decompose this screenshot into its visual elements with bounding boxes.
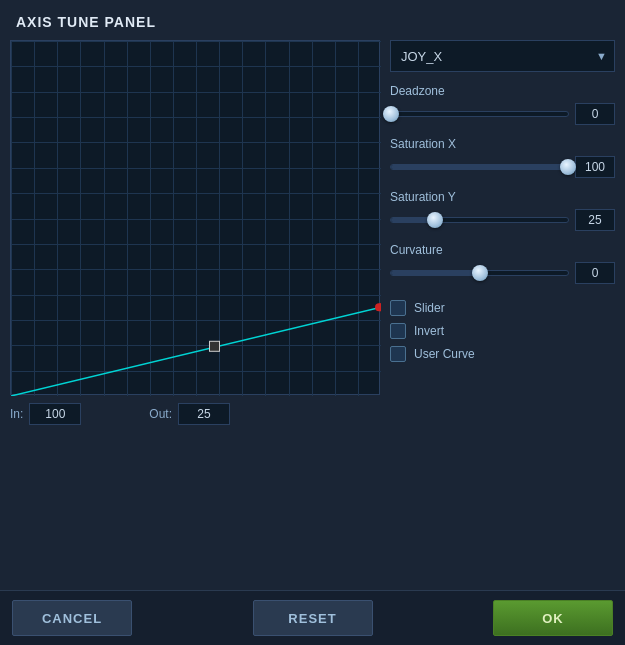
title-bar: AXIS TUNE PANEL: [0, 0, 625, 40]
curvature-slider-row: [390, 262, 615, 284]
out-input[interactable]: [178, 403, 230, 425]
saturation-y-slider-track[interactable]: [390, 217, 569, 223]
deadzone-label: Deadzone: [390, 84, 615, 98]
saturation-x-slider-thumb: [560, 159, 576, 175]
slider-checkbox-label: Slider: [414, 301, 445, 315]
panel-title: AXIS TUNE PANEL: [16, 14, 156, 30]
deadzone-group: Deadzone: [390, 84, 615, 125]
axis-dropdown-wrapper: JOY_X JOY_Y JOY_Z JOY_RX JOY_RY JOY_RZ ▼: [390, 40, 615, 72]
graph-inputs: In: Out:: [10, 403, 380, 425]
graph-canvas-wrapper: [10, 40, 380, 395]
out-label: Out:: [149, 407, 172, 421]
saturation-x-slider-track[interactable]: [390, 164, 569, 170]
curvature-value[interactable]: [575, 262, 615, 284]
invert-checkbox-label: Invert: [414, 324, 444, 338]
curvature-slider-thumb: [472, 265, 488, 281]
main-container: AXIS TUNE PANEL In: Out:: [0, 0, 625, 645]
in-label: In:: [10, 407, 23, 421]
content-area: In: Out: JOY_X JOY_Y JOY_Z JOY_RX JOY_RY: [0, 40, 625, 590]
deadzone-slider-row: [390, 103, 615, 125]
saturation-y-slider-row: [390, 209, 615, 231]
curvature-label: Curvature: [390, 243, 615, 257]
controls-section: JOY_X JOY_Y JOY_Z JOY_RX JOY_RY JOY_RZ ▼…: [390, 40, 615, 580]
button-bar: CANCEL RESET OK: [0, 590, 625, 645]
deadzone-slider-thumb: [383, 106, 399, 122]
saturation-x-label: Saturation X: [390, 137, 615, 151]
saturation-x-group: Saturation X: [390, 137, 615, 178]
graph-canvas[interactable]: [11, 41, 381, 396]
saturation-y-slider-thumb: [427, 212, 443, 228]
invert-checkbox[interactable]: [390, 323, 406, 339]
cancel-button[interactable]: CANCEL: [12, 600, 132, 636]
out-input-group: Out:: [149, 403, 230, 425]
checkbox-group: Slider Invert User Curve: [390, 300, 615, 362]
saturation-x-slider-row: [390, 156, 615, 178]
curvature-slider-track[interactable]: [390, 270, 569, 276]
reset-button[interactable]: RESET: [253, 600, 373, 636]
curvature-slider-fill: [391, 271, 480, 275]
slider-checkbox[interactable]: [390, 300, 406, 316]
saturation-y-label: Saturation Y: [390, 190, 615, 204]
in-input-group: In:: [10, 403, 81, 425]
curvature-group: Curvature: [390, 243, 615, 284]
saturation-x-slider-fill: [391, 165, 568, 169]
deadzone-value[interactable]: [575, 103, 615, 125]
user-curve-checkbox-row[interactable]: User Curve: [390, 346, 615, 362]
ok-button[interactable]: OK: [493, 600, 613, 636]
saturation-x-value[interactable]: [575, 156, 615, 178]
user-curve-checkbox-label: User Curve: [414, 347, 475, 361]
in-input[interactable]: [29, 403, 81, 425]
user-curve-checkbox[interactable]: [390, 346, 406, 362]
axis-dropdown[interactable]: JOY_X JOY_Y JOY_Z JOY_RX JOY_RY JOY_RZ: [390, 40, 615, 72]
saturation-y-group: Saturation Y: [390, 190, 615, 231]
graph-section: In: Out:: [10, 40, 380, 580]
saturation-y-value[interactable]: [575, 209, 615, 231]
deadzone-slider-track[interactable]: [390, 111, 569, 117]
invert-checkbox-row[interactable]: Invert: [390, 323, 615, 339]
slider-checkbox-row[interactable]: Slider: [390, 300, 615, 316]
